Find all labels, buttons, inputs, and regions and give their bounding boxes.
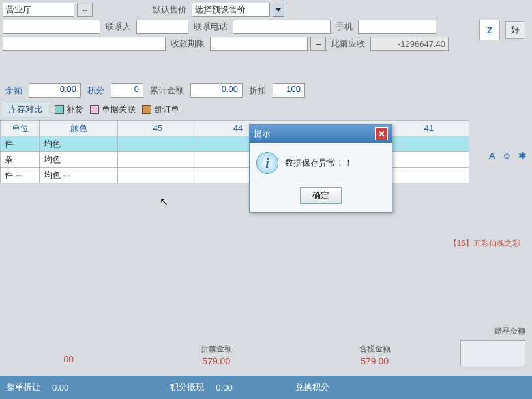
contact-label: 联系人 <box>103 21 134 33</box>
items-table[interactable]: 单位 颜色 45 44 41 件 均色 条 均色 件 ··· 均色 ··· <box>0 120 469 183</box>
svg-marker-0 <box>276 8 281 12</box>
dept-field[interactable]: 营业厅 <box>3 3 74 17</box>
dialog-title: 提示 <box>254 128 271 140</box>
alert-dialog: 提示 ✕ i 数据保存异常！！ 确定 <box>249 124 392 213</box>
col-unit[interactable]: 单位 <box>1 121 40 136</box>
dialog-message: 数据保存异常！！ <box>285 157 353 169</box>
phone-label: 联系电话 <box>191 21 230 33</box>
table-row[interactable]: 条 均色 <box>1 152 469 168</box>
mobile-field[interactable] <box>358 20 436 34</box>
contact-field[interactable] <box>136 20 188 34</box>
info-icon: i <box>256 152 278 174</box>
legend-linked-label: 单据关联 <box>102 104 136 115</box>
taxed-label: 含税金额 <box>359 344 391 355</box>
col-41[interactable]: 41 <box>389 121 469 136</box>
bb-l3: 兑换积分 <box>295 381 329 393</box>
cursor-icon: ↖ <box>160 196 168 208</box>
col-color[interactable]: 颜色 <box>40 121 118 136</box>
linked-swatch-icon <box>90 105 99 114</box>
points-label: 积分 <box>85 85 107 96</box>
bb-v2: 0.00 <box>216 383 232 392</box>
over-swatch-icon <box>142 105 151 114</box>
default-price-label: 默认售价 <box>150 4 189 16</box>
table-row[interactable]: 件 ··· 均色 ··· <box>1 168 469 183</box>
smile-icon[interactable]: ☺ <box>502 150 512 162</box>
ok-button[interactable]: 确定 <box>300 187 342 204</box>
compare-stock-button[interactable]: 库存对比 <box>3 102 48 117</box>
item-link[interactable]: 【16】五彩仙魂之彩 <box>449 238 520 249</box>
points-value: 0 <box>111 83 143 98</box>
balance-label: 余额 <box>3 85 25 96</box>
due-label: 收款期限 <box>168 38 207 50</box>
cell-color: 均色 <box>40 136 118 152</box>
table-row[interactable]: 件 均色 <box>1 136 469 152</box>
cell-unit: 件 <box>5 170 13 180</box>
text-tool-icon[interactable]: A <box>489 150 495 162</box>
close-icon: ✕ <box>378 129 385 139</box>
col-45[interactable]: 45 <box>118 121 198 136</box>
blank-field-1[interactable] <box>3 20 100 34</box>
bb-l1: 整单折让 <box>7 381 40 393</box>
balance-value: 0.00 <box>29 83 81 98</box>
left-total-label <box>63 344 74 353</box>
pre-discount-label: 折前金额 <box>201 344 232 355</box>
blank-field-2[interactable] <box>3 37 166 51</box>
restock-swatch-icon <box>55 105 64 114</box>
legend-restock-label: 补货 <box>66 104 83 115</box>
phone-field[interactable] <box>233 20 331 34</box>
discount-label: 折扣 <box>246 85 269 96</box>
mobile-label: 手机 <box>333 21 355 33</box>
chevron-down-icon <box>276 8 281 12</box>
cell-unit: 件 <box>1 136 40 152</box>
app-logo-icon: Z <box>479 20 500 40</box>
legend-restock: 补货 <box>55 104 83 115</box>
gift-label: 赠品金额 <box>494 326 525 337</box>
mic-icon[interactable]: ✱ <box>518 150 527 162</box>
side-button[interactable]: 好 <box>505 21 525 39</box>
bb-v1: 0.00 <box>52 383 68 392</box>
legend-linked: 单据关联 <box>90 104 136 115</box>
due-lookup-button[interactable]: ··· <box>310 37 326 51</box>
legend-over-label: 超订单 <box>154 104 179 115</box>
bb-l2: 积分抵现 <box>170 381 204 393</box>
cell-color: 均色 <box>40 152 118 168</box>
discount-value: 100 <box>273 83 305 98</box>
prior-label: 此前应收 <box>329 38 368 50</box>
cell-color: 均色 <box>44 170 61 180</box>
dept-lookup-button[interactable]: ··· <box>77 3 93 17</box>
default-price-dropdown-button[interactable] <box>273 3 284 17</box>
pre-discount-val: 579.00 <box>201 356 232 366</box>
close-button[interactable]: ✕ <box>375 127 388 140</box>
acc-label: 累计金额 <box>147 85 186 96</box>
gift-box <box>460 340 525 366</box>
left-total-val: 00 <box>63 354 74 364</box>
due-field[interactable] <box>210 37 308 51</box>
bottom-toolbar: 整单折让 0.00 积分抵现 0.00 兑换积分 <box>0 376 532 399</box>
legend-over: 超订单 <box>142 104 179 115</box>
default-price-select[interactable]: 选择预设售价 <box>192 3 270 17</box>
prior-value: -1296647.40 <box>370 37 449 51</box>
cell-unit: 条 <box>1 152 40 168</box>
taxed-val: 579.00 <box>359 356 391 366</box>
acc-value: 0.00 <box>190 83 243 98</box>
